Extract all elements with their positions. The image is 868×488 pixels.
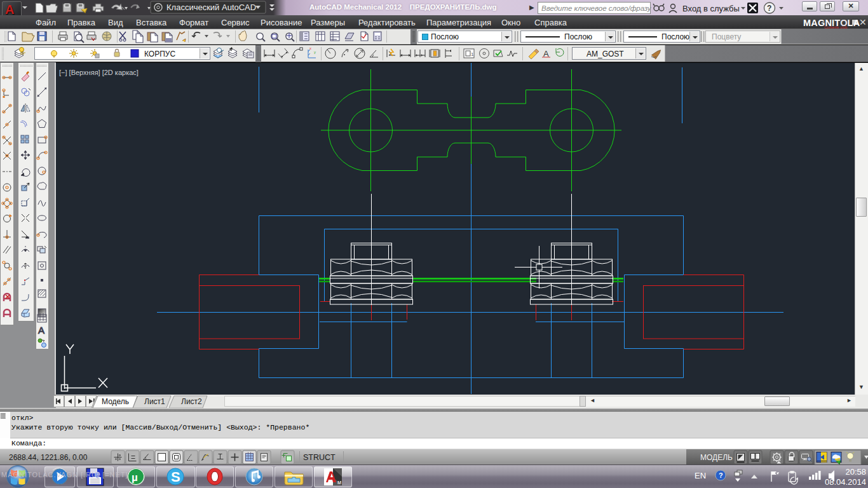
svg-text:Вход в службы: Вход в службы [682,4,740,13]
svg-text:Лист2: Лист2 [181,397,202,406]
svg-text:A: A [38,325,44,336]
svg-text:S: S [171,469,180,485]
svg-text:м: м [337,479,341,485]
svg-text:STRUCT: STRUCT [303,453,336,462]
svg-text:y: y [314,50,316,54]
svg-text:?: ? [719,471,723,479]
svg-text:Лист1: Лист1 [144,397,165,406]
svg-text:µ: µ [132,471,138,484]
svg-text:1: 1 [471,51,474,57]
svg-text:[−] [Верхняя] [2D каркас]: [−] [Верхняя] [2D каркас] [59,69,139,76]
svg-text:Классический AutoCAD: Классический AutoCAD [166,3,256,12]
svg-text:x: x [309,46,311,50]
svg-text:?: ? [767,4,771,13]
svg-text:Модель: Модель [102,397,129,406]
